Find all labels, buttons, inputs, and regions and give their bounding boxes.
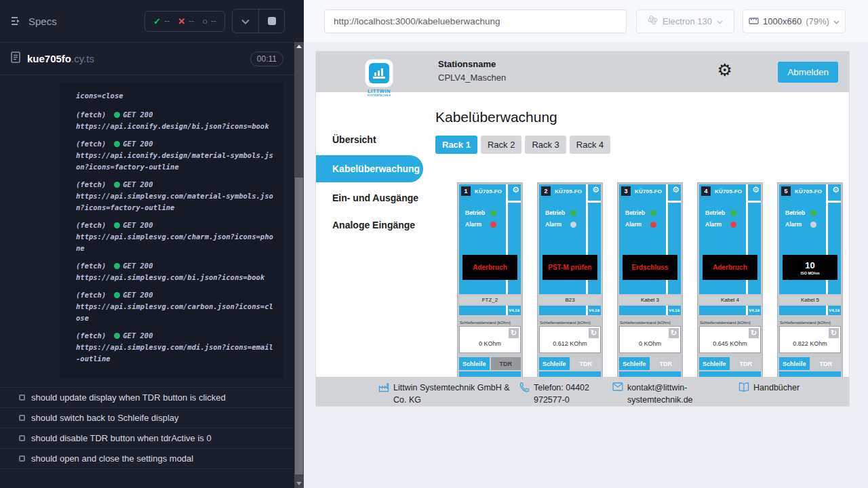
device-number-badge: 4 bbox=[701, 186, 711, 196]
browser-select[interactable]: Electron 130 bbox=[636, 9, 734, 33]
tdr-button[interactable]: TDR bbox=[731, 357, 762, 370]
footer-icon bbox=[519, 382, 530, 392]
network-log-entry[interactable]: (fetch) GET 200 https://api.simplesvg.co… bbox=[76, 179, 275, 214]
cross-icon: ✕ bbox=[178, 16, 185, 26]
card-buttons: Schleife TDR bbox=[699, 357, 761, 370]
tests-list: should update display when TDR button is… bbox=[0, 387, 294, 469]
station-label: Stationsname bbox=[438, 59, 506, 69]
rack-tab-label: Rack 1 bbox=[442, 140, 471, 150]
logout-button[interactable]: Abmelden bbox=[778, 62, 838, 83]
schleife-button[interactable]: Schleife bbox=[619, 357, 650, 370]
littwin-logo: LITTWIN SYSTEMTECHNIK bbox=[364, 60, 394, 97]
card-settings-gear-icon[interactable]: ⚙ bbox=[512, 186, 519, 194]
betrieb-label: Betrieb bbox=[785, 209, 806, 216]
collapse-button[interactable] bbox=[233, 9, 258, 33]
network-log-entry[interactable]: (fetch) GET 200 https://api.simplesvg.co… bbox=[76, 289, 275, 324]
rack-tab[interactable]: Rack 3 bbox=[525, 136, 566, 154]
app-body: Übersicht Kabelüberwachung Ein- und Ausg… bbox=[316, 92, 849, 377]
stat-failed: ✕-- bbox=[178, 16, 194, 26]
footer-contact-item[interactable]: kontakt@littwin-systemtechnik.de bbox=[612, 382, 738, 406]
test-title: should update display when TDR button is… bbox=[31, 392, 226, 403]
spec-file-row[interactable]: kue705fo.cy.ts 00:11 bbox=[0, 43, 294, 75]
network-log-entry[interactable]: icons=close bbox=[76, 90, 275, 102]
card-top: 5 KÜ705-FO ⚙ Betrieb bbox=[779, 184, 841, 294]
test-item[interactable]: should switch back to Schleife display bbox=[0, 408, 294, 428]
book-icon bbox=[738, 382, 749, 392]
http-status: GET 200 bbox=[123, 138, 153, 150]
sidebar-nav-item[interactable]: Übersicht bbox=[316, 126, 435, 153]
card-settings-gear-icon[interactable]: ⚙ bbox=[752, 186, 760, 194]
measurement-value: 0 KOhm bbox=[460, 340, 520, 347]
rack-tab[interactable]: Rack 2 bbox=[481, 136, 521, 154]
stop-button[interactable] bbox=[258, 9, 284, 33]
rack-tab[interactable]: Rack 4 bbox=[570, 136, 610, 154]
firmware-version: V4.19 bbox=[509, 308, 519, 312]
request-url: icons=close bbox=[76, 90, 275, 102]
viewport-size: 1000x660 bbox=[763, 16, 802, 26]
alarm-led-row: Alarm bbox=[545, 221, 601, 228]
refresh-button[interactable]: ↻ bbox=[509, 328, 519, 338]
request-url: https://api.simplesvg.com/mdi.json?icons… bbox=[76, 342, 275, 365]
card-settings-gear-icon[interactable]: ⚙ bbox=[592, 186, 599, 194]
network-log-entry[interactable]: (fetch) GET 200 https://api.simplesvg.co… bbox=[76, 260, 275, 283]
test-state-icon bbox=[19, 394, 25, 401]
scroll-down-arrow[interactable] bbox=[296, 482, 302, 485]
settings-gear-icon[interactable]: ⚙ bbox=[717, 62, 732, 79]
footer-contact-item[interactable]: Littwin Systemtechnik GmbH & Co. KG bbox=[378, 382, 519, 406]
spec-file-ext: .cy.ts bbox=[71, 53, 94, 64]
schleife-button[interactable]: Schleife bbox=[779, 357, 810, 370]
measurement-label: Schleifenwiderstand [kOhm] bbox=[700, 321, 760, 325]
nav-item-label: Übersicht bbox=[332, 134, 376, 145]
reporter-scrollbar[interactable] bbox=[294, 0, 304, 488]
version-bar: V4.19 bbox=[459, 306, 521, 315]
refresh-button[interactable]: ↻ bbox=[589, 328, 599, 338]
refresh-button[interactable]: ↻ bbox=[749, 328, 759, 338]
http-status: GET 200 bbox=[123, 179, 153, 190]
refresh-button[interactable]: ↻ bbox=[669, 328, 679, 338]
fetch-label: (fetch) bbox=[76, 260, 106, 272]
tdr-button[interactable]: TDR bbox=[811, 357, 842, 370]
refresh-button[interactable]: ↻ bbox=[829, 328, 839, 338]
tdr-button[interactable]: TDR bbox=[651, 357, 682, 370]
card-settings-gear-icon[interactable]: ⚙ bbox=[672, 186, 679, 194]
network-log-entry[interactable]: (fetch) GET 200 https://api.simplesvg.co… bbox=[76, 220, 275, 254]
network-log-entry[interactable]: (fetch) GET 200 https://api.iconify.desi… bbox=[76, 138, 275, 173]
viewport-size-select[interactable]: 1000x660 (79%) bbox=[743, 9, 846, 33]
footer-contact-item[interactable]: Telefon: 04402 972577-0 bbox=[519, 382, 612, 406]
scroll-up-arrow[interactable] bbox=[296, 45, 302, 48]
card-divider bbox=[826, 306, 828, 315]
schleife-button[interactable]: Schleife bbox=[459, 357, 490, 370]
rack-tab[interactable]: Rack 1 bbox=[435, 136, 477, 154]
card-top: 4 KÜ705-FO ⚙ Betrieb bbox=[699, 184, 761, 294]
status-ok-dot bbox=[114, 112, 120, 118]
device-model: KÜ705-FO bbox=[635, 188, 662, 195]
tdr-button[interactable]: TDR bbox=[571, 357, 601, 370]
scrollbar-thumb[interactable] bbox=[295, 178, 303, 474]
specs-menu-button[interactable]: Specs bbox=[11, 16, 57, 27]
schleife-button[interactable]: Schleife bbox=[539, 357, 570, 370]
fetch-line: (fetch) GET 200 bbox=[76, 260, 275, 272]
url-input[interactable]: http://localhost:3000/kabelueberwachung bbox=[324, 9, 627, 33]
betrieb-led bbox=[570, 210, 576, 216]
test-item[interactable]: should disable TDR button when tdrActive… bbox=[0, 428, 294, 449]
sidebar-nav-item[interactable]: Kabelüberwachung bbox=[316, 155, 423, 182]
network-log-entry[interactable]: (fetch) GET 200 https://api.iconify.desi… bbox=[76, 109, 275, 132]
footer-icon bbox=[738, 382, 749, 392]
led-panel: Betrieb Alarm bbox=[625, 209, 681, 228]
scrollbar-track[interactable] bbox=[294, 42, 304, 488]
status-display-unit: ISO MOhm bbox=[800, 271, 819, 275]
sidebar-nav-item[interactable]: Ein- und Ausgänge bbox=[316, 184, 435, 211]
footer-contact-item[interactable]: Handbücher bbox=[738, 382, 800, 394]
measurement-box: ↻ 0 KOhm bbox=[619, 326, 681, 353]
test-item[interactable]: should update display when TDR button is… bbox=[0, 388, 294, 408]
network-log-entry[interactable]: (fetch) GET 200 https://api.simplesvg.co… bbox=[76, 330, 275, 365]
schleife-button[interactable]: Schleife bbox=[699, 357, 730, 370]
alarm-label: Alarm bbox=[465, 221, 486, 228]
http-status: GET 200 bbox=[123, 330, 153, 342]
fetch-line: (fetch) GET 200 bbox=[76, 220, 275, 231]
test-item[interactable]: should open and close the settings modal bbox=[0, 449, 294, 469]
card-settings-gear-icon[interactable]: ⚙ bbox=[832, 186, 840, 194]
tdr-button[interactable]: TDR bbox=[491, 357, 521, 370]
status-display: Aderbruch bbox=[703, 255, 757, 280]
sidebar-nav-item[interactable]: Analoge Eingänge bbox=[316, 211, 435, 239]
